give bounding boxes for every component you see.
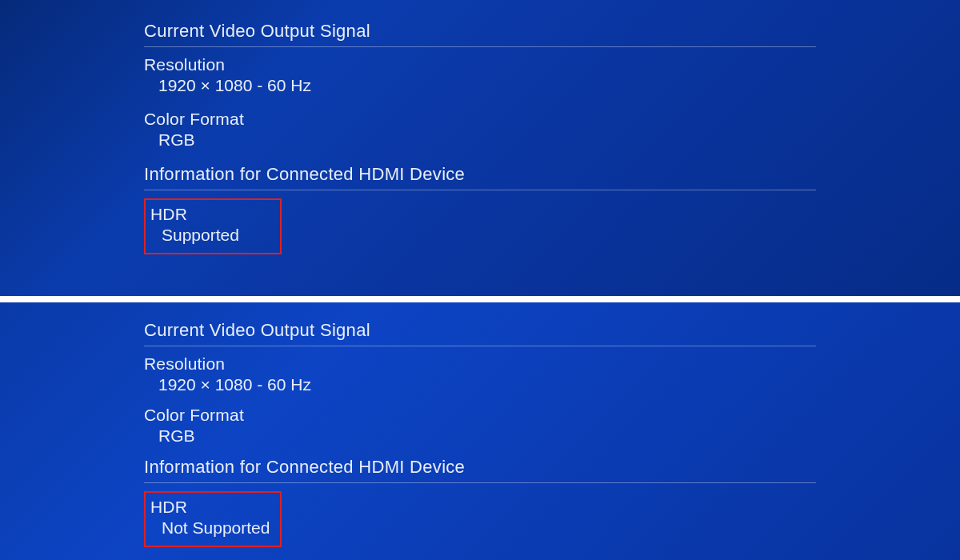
panel-divider: [0, 296, 960, 302]
color-format-value: RGB: [144, 130, 816, 150]
resolution-label: Resolution: [144, 354, 816, 374]
hdr-highlight-box: HDR Not Supported: [144, 491, 282, 547]
section-heading-hdmi-device: Information for Connected HDMI Device: [144, 164, 816, 190]
hdr-label: HDR: [150, 205, 272, 224]
resolution-value: 1920 × 1080 - 60 Hz: [144, 76, 816, 95]
resolution-label: Resolution: [144, 55, 816, 74]
hdr-value: Not Supported: [150, 518, 272, 538]
color-format-field: Color Format RGB: [144, 110, 816, 150]
hdr-highlight-box: HDR Supported: [144, 198, 282, 254]
video-output-panel-top: Current Video Output Signal Resolution 1…: [0, 0, 960, 296]
resolution-value: 1920 × 1080 - 60 Hz: [144, 375, 816, 394]
section-heading-current-signal: Current Video Output Signal: [144, 320, 816, 346]
section-heading-hdmi-device: Information for Connected HDMI Device: [144, 457, 816, 483]
section-heading-current-signal: Current Video Output Signal: [144, 21, 816, 47]
color-format-label: Color Format: [144, 406, 816, 425]
hdr-value: Supported: [150, 226, 272, 245]
hdr-label: HDR: [150, 498, 272, 517]
color-format-label: Color Format: [144, 110, 816, 129]
color-format-value: RGB: [144, 426, 816, 446]
color-format-field: Color Format RGB: [144, 406, 816, 446]
resolution-field: Resolution 1920 × 1080 - 60 Hz: [144, 354, 816, 394]
resolution-field: Resolution 1920 × 1080 - 60 Hz: [144, 55, 816, 95]
video-output-panel-bottom: Current Video Output Signal Resolution 1…: [0, 302, 960, 560]
